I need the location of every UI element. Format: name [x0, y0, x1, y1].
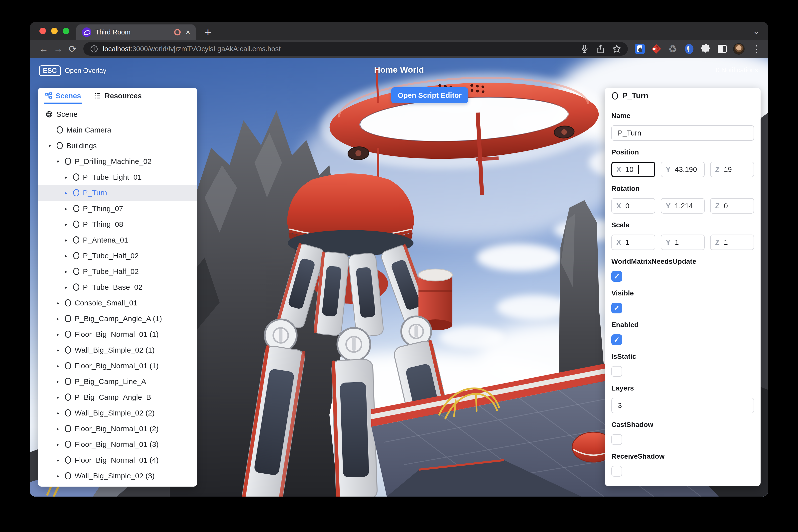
open-script-editor-button[interactable]: Open Script Editor [391, 87, 468, 103]
red-diamond-extension-icon[interactable] [651, 43, 662, 54]
caret-right-icon[interactable]: ▸ [57, 426, 65, 432]
scale-field-y-input[interactable]: Y1 [661, 234, 705, 250]
reload-icon[interactable]: ⟳ [65, 44, 80, 54]
browser-tab[interactable]: Third Room × [76, 24, 196, 40]
layers-field-input[interactable]: 3 [611, 398, 754, 413]
zoom-window-button[interactable] [63, 28, 69, 34]
hierarchy-panel: Scenes Resources SceneMain Camera▾Buildi… [38, 88, 197, 487]
caret-right-icon[interactable]: ▸ [65, 190, 73, 196]
tree-row-p-antena-01[interactable]: ▸P_Antena_01 [38, 232, 197, 248]
caret-right-icon[interactable]: ▸ [57, 394, 65, 400]
password-manager-icon[interactable] [634, 43, 645, 54]
axis-label: Y [666, 202, 670, 210]
tree-row-p-drilling-machine-02[interactable]: ▾P_Drilling_Machine_02 [38, 153, 197, 169]
tab-title: Third Room [95, 28, 131, 36]
receiveshadow-checkbox[interactable] [611, 466, 622, 477]
caret-right-icon[interactable]: ▸ [65, 284, 73, 290]
address-bar[interactable]: localhost:3000/world/!vjrzmTVOcylsLgaAkA… [83, 42, 628, 56]
position-field-y-input[interactable]: Y43.190 [661, 162, 705, 177]
node-circle-icon [73, 252, 79, 259]
new-tab-button[interactable]: + [205, 25, 211, 39]
tree-row-console-small-01[interactable]: ▸Console_Small_01 [38, 295, 197, 311]
tree-row-p-thing-07[interactable]: ▸P_Thing_07 [38, 201, 197, 216]
caret-down-icon[interactable]: ▾ [57, 158, 65, 165]
tree-row-floor-big-normal-01-1-[interactable]: ▸Floor_Big_Normal_01 (1) [38, 326, 197, 342]
tab-search-chevron-icon[interactable]: ⌄ [753, 26, 760, 36]
notifications-status[interactable]: 0 Notifications [716, 66, 758, 74]
caret-right-icon[interactable]: ▸ [57, 410, 65, 416]
rotation-field-row: X0Y1.214Z0 [611, 198, 754, 214]
worldmatrixneedsupdate-checkbox[interactable]: ✓ [611, 271, 622, 282]
tree-row-p-tube-half-02[interactable]: ▸P_Tube_Half_02 [38, 264, 197, 279]
mic-icon[interactable] [581, 44, 589, 54]
profile-avatar[interactable] [733, 43, 745, 55]
inspector-header: P_Turn [605, 88, 761, 104]
caret-right-icon[interactable]: ▸ [57, 457, 65, 463]
tree-row-p-big-camp-angle-a-1-[interactable]: ▸P_Big_Camp_Angle_A (1) [38, 311, 197, 326]
tree-row-wall-big-simple-02-1-[interactable]: ▸Wall_Big_Simple_02 (1) [38, 342, 197, 358]
caret-right-icon[interactable]: ▸ [57, 379, 65, 384]
back-icon[interactable]: ← [36, 44, 51, 54]
caret-right-icon[interactable]: ▸ [57, 331, 65, 337]
tree-row-floor-big-normal-01-3-[interactable]: ▸Floor_Big_Normal_01 (3) [38, 436, 197, 452]
position-field-x-input[interactable]: X10 [611, 162, 655, 177]
tree-row-floor-big-normal-01-2-[interactable]: ▸Floor_Big_Normal_01 (2) [38, 421, 197, 436]
rotation-field-z-input[interactable]: Z0 [710, 198, 754, 214]
rotation-field-x-input[interactable]: X0 [611, 198, 655, 214]
input-value: 1 [675, 238, 679, 247]
caret-down-icon[interactable]: ▾ [49, 143, 57, 149]
tree-row-floor-big-normal-01-4-[interactable]: ▸Floor_Big_Normal_01 (4) [38, 452, 197, 468]
enabled-checkbox[interactable]: ✓ [611, 335, 622, 345]
visible-checkbox[interactable]: ✓ [611, 303, 622, 314]
caret-right-icon[interactable]: ▸ [57, 473, 65, 479]
caret-right-icon[interactable]: ▸ [65, 206, 73, 212]
caret-right-icon[interactable]: ▸ [65, 253, 73, 259]
tree-row-p-tube-half-02[interactable]: ▸P_Tube_Half_02 [38, 248, 197, 264]
tree-row-main-camera[interactable]: Main Camera [38, 122, 197, 138]
caret-right-icon[interactable]: ▸ [65, 268, 73, 274]
tree-row-wall-big-simple-02-2-[interactable]: ▸Wall_Big_Simple_02 (2) [38, 405, 197, 421]
menu-icon[interactable]: ⋮ [752, 43, 762, 55]
rotation-field-y-input[interactable]: Y1.214 [661, 198, 705, 214]
caret-right-icon[interactable]: ▸ [57, 316, 65, 322]
share-icon[interactable] [596, 44, 605, 54]
position-field-z-input[interactable]: Z19 [710, 162, 754, 177]
input-value: 0 [724, 202, 728, 210]
tree-row-p-big-camp-angle-b[interactable]: ▸P_Big_Camp_Angle_B [38, 389, 197, 405]
tree-row-p-tube-light-01[interactable]: ▸P_Tube_Light_01 [38, 169, 197, 185]
recycle-extension-icon[interactable]: ♻ [667, 43, 678, 54]
name-field-input[interactable]: P_Turn [611, 125, 754, 141]
tab-resources[interactable]: Resources [94, 88, 142, 104]
extensions-puzzle-icon[interactable] [700, 43, 711, 54]
tree-row-p-thing-08[interactable]: ▸P_Thing_08 [38, 216, 197, 232]
bookmark-star-icon[interactable] [612, 44, 621, 53]
axis-label: X [616, 166, 621, 174]
site-info-icon[interactable] [90, 45, 98, 53]
scale-field-x-input[interactable]: X1 [611, 234, 655, 250]
tree-row-p-tube-base-02[interactable]: ▸P_Tube_Base_02 [38, 279, 197, 295]
caret-right-icon[interactable]: ▸ [57, 300, 65, 306]
tree-row-p-turn[interactable]: ▸P_Turn [38, 185, 197, 201]
tree-row-wall-big-simple-02-3-[interactable]: ▸Wall_Big_Simple_02 (3) [38, 468, 197, 483]
close-window-button[interactable] [39, 28, 46, 34]
caret-right-icon[interactable]: ▸ [57, 363, 65, 369]
tab-close-icon[interactable]: × [186, 28, 190, 36]
minimize-window-button[interactable] [51, 28, 58, 34]
globe-icon [45, 110, 53, 118]
tree-row-floor-big-normal-01-1-[interactable]: ▸Floor_Big_Normal_01 (1) [38, 358, 197, 374]
tree-row-p-big-camp-line-a[interactable]: ▸P_Big_Camp_Line_A [38, 374, 197, 389]
tree-row-scene[interactable]: Scene [38, 106, 197, 122]
blue-circle-extension-icon[interactable] [684, 43, 695, 54]
castshadow-checkbox[interactable] [611, 434, 622, 445]
forward-icon[interactable]: → [51, 44, 65, 54]
caret-right-icon[interactable]: ▸ [65, 221, 73, 227]
tab-scenes[interactable]: Scenes [45, 88, 81, 104]
isstatic-checkbox[interactable] [611, 366, 622, 377]
caret-right-icon[interactable]: ▸ [65, 237, 73, 243]
tree-row-buildings[interactable]: ▾Buildings [38, 138, 197, 153]
side-panel-icon[interactable] [717, 43, 728, 54]
scale-field-z-input[interactable]: Z1 [710, 234, 754, 250]
caret-right-icon[interactable]: ▸ [65, 174, 73, 180]
caret-right-icon[interactable]: ▸ [57, 347, 65, 353]
caret-right-icon[interactable]: ▸ [57, 441, 65, 448]
